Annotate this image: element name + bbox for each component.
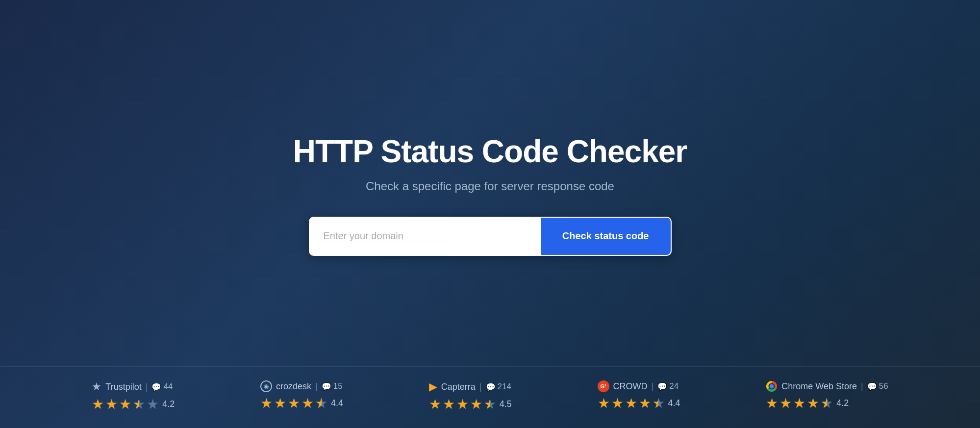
platform-name: Chrome Web Store	[781, 381, 857, 392]
crozdesk-icon: ◉	[260, 380, 272, 392]
rating-header: G² CROWD | 💬 24	[598, 380, 679, 392]
star-full: ★	[119, 396, 131, 412]
stars-row: ★★★★★★4.2	[766, 395, 849, 411]
page-subtitle: Check a specific page for server respons…	[366, 179, 614, 193]
platform-name: CROWD	[613, 381, 648, 392]
star-full: ★	[625, 395, 637, 411]
comment-icon: 💬	[486, 382, 496, 392]
check-status-button[interactable]: Check status code	[541, 218, 671, 255]
star-half: ★★	[315, 395, 327, 411]
crowd-icon: G²	[598, 380, 609, 392]
star-full: ★	[470, 396, 482, 412]
star-half: ★★	[653, 395, 665, 411]
capterra-icon: ▶	[429, 380, 437, 393]
star-full: ★	[429, 396, 441, 412]
rating-header: ◉ crozdesk | 💬 15	[260, 380, 343, 392]
star-full: ★	[611, 395, 624, 411]
comment-icon: 💬	[151, 382, 161, 392]
rating-score: 4.2	[162, 399, 175, 409]
rating-score: 4.2	[836, 398, 849, 408]
rating-item-capterra: ▶ Capterra | 💬 214 ★★★★★★4.5	[429, 380, 512, 412]
star-full: ★	[274, 395, 286, 411]
rating-header: Chrome Web Store | 💬 56	[766, 380, 888, 392]
platform-name: crozdesk	[276, 381, 311, 392]
star-full: ★	[766, 395, 778, 411]
star-half: ★★	[133, 396, 145, 412]
rating-item-chrome-web-store: Chrome Web Store | 💬 56 ★★★★★★4.2	[766, 380, 888, 411]
rating-header: ★ Trustpilot | 💬 44	[92, 380, 173, 393]
stars-row: ★★★★★★4.4	[598, 395, 680, 411]
rating-item-crowd: G² CROWD | 💬 24 ★★★★★★4.4	[598, 380, 680, 411]
star-full: ★	[793, 395, 805, 411]
star-full: ★	[807, 395, 819, 411]
review-count: 💬 44	[151, 382, 173, 392]
trustpilot-icon: ★	[92, 380, 101, 393]
hero-section: HTTP Status Code Checker Check a specifi…	[293, 133, 687, 295]
divider: |	[146, 382, 148, 392]
star-full: ★	[302, 395, 314, 411]
review-count: 💬 15	[322, 381, 343, 391]
rating-score: 4.5	[500, 399, 512, 409]
rating-score: 4.4	[668, 398, 680, 408]
star-full: ★	[456, 396, 469, 412]
divider: |	[652, 381, 654, 392]
star-full: ★	[105, 396, 118, 412]
rating-item-trustpilot: ★ Trustpilot | 💬 44 ★★★★★★4.2	[92, 380, 175, 412]
star-full: ★	[598, 395, 610, 411]
review-count: 💬 214	[486, 382, 511, 392]
stars-row: ★★★★★★4.5	[429, 396, 512, 412]
comment-icon: 💬	[657, 382, 667, 391]
chrome-icon	[766, 380, 778, 392]
comment-icon: 💬	[322, 382, 331, 391]
platform-name: Capterra	[441, 382, 476, 392]
rating-score: 4.4	[331, 398, 343, 408]
star-half: ★★	[484, 396, 496, 412]
platform-name: Trustpilot	[105, 382, 141, 392]
divider: |	[315, 381, 318, 392]
divider: |	[479, 382, 482, 392]
star-empty: ★	[147, 396, 159, 412]
ratings-bar: ★ Trustpilot | 💬 44 ★★★★★★4.2 ◉ crozdesk…	[0, 366, 980, 428]
star-full: ★	[443, 396, 455, 412]
comment-icon: 💬	[867, 382, 877, 391]
search-container: Check status code	[309, 217, 672, 256]
stars-row: ★★★★★★4.2	[92, 396, 175, 412]
review-count: 💬 24	[657, 381, 678, 391]
review-count: 💬 56	[867, 381, 888, 391]
star-half: ★★	[821, 395, 833, 411]
divider: |	[861, 381, 863, 392]
rating-item-crozdesk: ◉ crozdesk | 💬 15 ★★★★★★4.4	[260, 380, 343, 411]
star-full: ★	[639, 395, 651, 411]
domain-input[interactable]	[310, 218, 541, 255]
star-full: ★	[260, 395, 273, 411]
page-title: HTTP Status Code Checker	[293, 133, 687, 170]
stars-row: ★★★★★★4.4	[260, 395, 343, 411]
star-full: ★	[779, 395, 792, 411]
star-full: ★	[288, 395, 300, 411]
rating-header: ▶ Capterra | 💬 214	[429, 380, 511, 393]
star-full: ★	[92, 396, 104, 412]
